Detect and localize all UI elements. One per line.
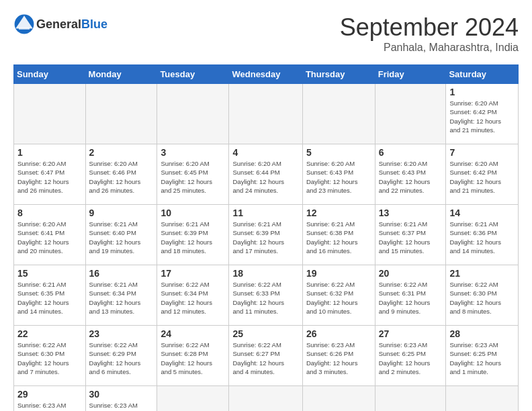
day-number: 19 xyxy=(306,268,371,279)
calendar-cell: 1Sunrise: 6:20 AM Sunset: 6:42 PM Daylig… xyxy=(446,84,519,144)
day-detail: Sunrise: 6:21 AM Sunset: 6:37 PM Dayligh… xyxy=(379,220,443,255)
day-number: 26 xyxy=(306,328,371,339)
calendar-cell xyxy=(302,84,375,144)
header-row: Sunday Monday Tuesday Wednesday Thursday… xyxy=(14,65,519,84)
day-number: 18 xyxy=(232,268,298,279)
calendar-cell: 21Sunrise: 6:22 AM Sunset: 6:30 PM Dayli… xyxy=(446,265,519,326)
calendar-cell: 10Sunrise: 6:21 AM Sunset: 6:39 PM Dayli… xyxy=(157,205,229,265)
calendar-table: Sunday Monday Tuesday Wednesday Thursday… xyxy=(13,64,519,411)
logo-blue: Blue xyxy=(81,17,107,31)
day-number: 27 xyxy=(379,328,443,339)
calendar-cell: 20Sunrise: 6:22 AM Sunset: 6:31 PM Dayli… xyxy=(375,265,446,326)
day-detail: Sunrise: 6:22 AM Sunset: 6:30 PM Dayligh… xyxy=(449,280,515,316)
day-detail: Sunrise: 6:23 AM Sunset: 6:25 PM Dayligh… xyxy=(449,340,515,376)
logo-icon xyxy=(13,13,35,35)
calendar-row: 22Sunrise: 6:22 AM Sunset: 6:30 PM Dayli… xyxy=(14,326,519,386)
day-number: 17 xyxy=(161,268,225,279)
day-detail: Sunrise: 6:21 AM Sunset: 6:35 PM Dayligh… xyxy=(17,280,82,316)
calendar-cell: 16Sunrise: 6:21 AM Sunset: 6:34 PM Dayli… xyxy=(85,265,157,326)
col-monday: Monday xyxy=(85,65,157,84)
calendar-row: 8Sunrise: 6:20 AM Sunset: 6:41 PM Daylig… xyxy=(14,205,519,265)
calendar-cell: 13Sunrise: 6:21 AM Sunset: 6:37 PM Dayli… xyxy=(375,205,446,265)
calendar-cell xyxy=(229,84,302,144)
day-detail: Sunrise: 6:20 AM Sunset: 6:43 PM Dayligh… xyxy=(306,159,371,195)
day-detail: Sunrise: 6:20 AM Sunset: 6:46 PM Dayligh… xyxy=(89,159,154,195)
day-number: 4 xyxy=(232,147,298,158)
calendar-cell: 18Sunrise: 6:22 AM Sunset: 6:33 PM Dayli… xyxy=(229,265,302,326)
day-detail: Sunrise: 6:21 AM Sunset: 6:38 PM Dayligh… xyxy=(306,220,371,255)
day-detail: Sunrise: 6:23 AM Sunset: 6:25 PM Dayligh… xyxy=(379,340,443,376)
day-detail: Sunrise: 6:22 AM Sunset: 6:30 PM Dayligh… xyxy=(17,340,82,376)
day-detail: Sunrise: 6:20 AM Sunset: 6:43 PM Dayligh… xyxy=(379,159,443,195)
day-number: 1 xyxy=(17,147,82,158)
col-thursday: Thursday xyxy=(302,65,375,84)
calendar-cell: 5Sunrise: 6:20 AM Sunset: 6:43 PM Daylig… xyxy=(302,144,375,205)
day-detail: Sunrise: 6:22 AM Sunset: 6:34 PM Dayligh… xyxy=(161,280,225,316)
calendar-cell: 3Sunrise: 6:20 AM Sunset: 6:45 PM Daylig… xyxy=(157,144,229,205)
calendar-row: 1Sunrise: 6:20 AM Sunset: 6:47 PM Daylig… xyxy=(14,144,519,205)
calendar-cell: 4Sunrise: 6:20 AM Sunset: 6:44 PM Daylig… xyxy=(229,144,302,205)
title-section: September 2024 Panhala, Maharashtra, Ind… xyxy=(340,13,519,54)
day-detail: Sunrise: 6:21 AM Sunset: 6:36 PM Dayligh… xyxy=(449,220,515,255)
calendar-cell: 14Sunrise: 6:21 AM Sunset: 6:36 PM Dayli… xyxy=(446,205,519,265)
day-number: 22 xyxy=(17,328,82,339)
col-saturday: Saturday xyxy=(446,65,519,84)
calendar-cell xyxy=(85,84,157,144)
day-detail: Sunrise: 6:20 AM Sunset: 6:45 PM Dayligh… xyxy=(161,159,225,195)
day-detail: Sunrise: 6:22 AM Sunset: 6:29 PM Dayligh… xyxy=(89,340,154,376)
calendar-cell xyxy=(375,84,446,144)
svg-rect-2 xyxy=(19,28,30,30)
col-tuesday: Tuesday xyxy=(157,65,229,84)
day-number: 10 xyxy=(161,208,225,218)
col-sunday: Sunday xyxy=(14,65,86,84)
day-number: 11 xyxy=(232,208,298,218)
day-number: 6 xyxy=(379,147,443,158)
calendar-row: 1Sunrise: 6:20 AM Sunset: 6:42 PM Daylig… xyxy=(14,84,519,144)
calendar-cell: 30Sunrise: 6:23 AM Sunset: 6:23 PM Dayli… xyxy=(85,386,157,412)
day-detail: Sunrise: 6:20 AM Sunset: 6:44 PM Dayligh… xyxy=(232,159,298,195)
calendar-cell: 19Sunrise: 6:22 AM Sunset: 6:32 PM Dayli… xyxy=(302,265,375,326)
day-detail: Sunrise: 6:23 AM Sunset: 6:24 PM Dayligh… xyxy=(17,401,82,411)
day-number: 20 xyxy=(379,268,443,279)
calendar-cell: 17Sunrise: 6:22 AM Sunset: 6:34 PM Dayli… xyxy=(157,265,229,326)
day-number: 30 xyxy=(89,389,154,400)
calendar-cell xyxy=(229,386,302,412)
day-detail: Sunrise: 6:21 AM Sunset: 6:39 PM Dayligh… xyxy=(161,220,225,255)
col-wednesday: Wednesday xyxy=(229,65,302,84)
day-number: 12 xyxy=(306,208,371,218)
day-detail: Sunrise: 6:21 AM Sunset: 6:39 PM Dayligh… xyxy=(232,220,298,255)
day-number: 15 xyxy=(17,268,82,279)
calendar-cell: 6Sunrise: 6:20 AM Sunset: 6:43 PM Daylig… xyxy=(375,144,446,205)
day-number: 9 xyxy=(89,208,154,218)
calendar-cell: 24Sunrise: 6:22 AM Sunset: 6:28 PM Dayli… xyxy=(157,326,229,386)
day-detail: Sunrise: 6:22 AM Sunset: 6:32 PM Dayligh… xyxy=(306,280,371,316)
calendar-cell xyxy=(157,84,229,144)
day-detail: Sunrise: 6:21 AM Sunset: 6:40 PM Dayligh… xyxy=(89,220,154,255)
calendar-row: 29Sunrise: 6:23 AM Sunset: 6:24 PM Dayli… xyxy=(14,386,519,412)
day-detail: Sunrise: 6:21 AM Sunset: 6:34 PM Dayligh… xyxy=(89,280,154,316)
calendar-cell xyxy=(302,386,375,412)
day-detail: Sunrise: 6:23 AM Sunset: 6:26 PM Dayligh… xyxy=(306,340,371,376)
day-detail: Sunrise: 6:23 AM Sunset: 6:23 PM Dayligh… xyxy=(89,401,154,411)
calendar-cell: 25Sunrise: 6:22 AM Sunset: 6:27 PM Dayli… xyxy=(229,326,302,386)
calendar-cell: 22Sunrise: 6:22 AM Sunset: 6:30 PM Dayli… xyxy=(14,326,86,386)
day-number: 23 xyxy=(89,328,154,339)
calendar-cell: 9Sunrise: 6:21 AM Sunset: 6:40 PM Daylig… xyxy=(85,205,157,265)
logo-general: General xyxy=(36,17,81,31)
day-number: 13 xyxy=(379,208,443,218)
calendar-cell: 29Sunrise: 6:23 AM Sunset: 6:24 PM Dayli… xyxy=(14,386,86,412)
calendar-cell xyxy=(14,84,86,144)
calendar-row: 15Sunrise: 6:21 AM Sunset: 6:35 PM Dayli… xyxy=(14,265,519,326)
day-number: 5 xyxy=(306,147,371,158)
day-detail: Sunrise: 6:22 AM Sunset: 6:27 PM Dayligh… xyxy=(232,340,298,376)
calendar-cell: 28Sunrise: 6:23 AM Sunset: 6:25 PM Dayli… xyxy=(446,326,519,386)
page-header: GeneralBlue September 2024 Panhala, Maha… xyxy=(13,13,519,54)
day-detail: Sunrise: 6:20 AM Sunset: 6:47 PM Dayligh… xyxy=(17,159,82,195)
day-number: 14 xyxy=(449,208,515,218)
calendar-cell: 1Sunrise: 6:20 AM Sunset: 6:47 PM Daylig… xyxy=(14,144,86,205)
calendar-cell: 26Sunrise: 6:23 AM Sunset: 6:26 PM Dayli… xyxy=(302,326,375,386)
day-detail: Sunrise: 6:22 AM Sunset: 6:28 PM Dayligh… xyxy=(161,340,225,376)
day-detail: Sunrise: 6:22 AM Sunset: 6:33 PM Dayligh… xyxy=(232,280,298,316)
calendar-cell: 11Sunrise: 6:21 AM Sunset: 6:39 PM Dayli… xyxy=(229,205,302,265)
calendar-cell: 15Sunrise: 6:21 AM Sunset: 6:35 PM Dayli… xyxy=(14,265,86,326)
